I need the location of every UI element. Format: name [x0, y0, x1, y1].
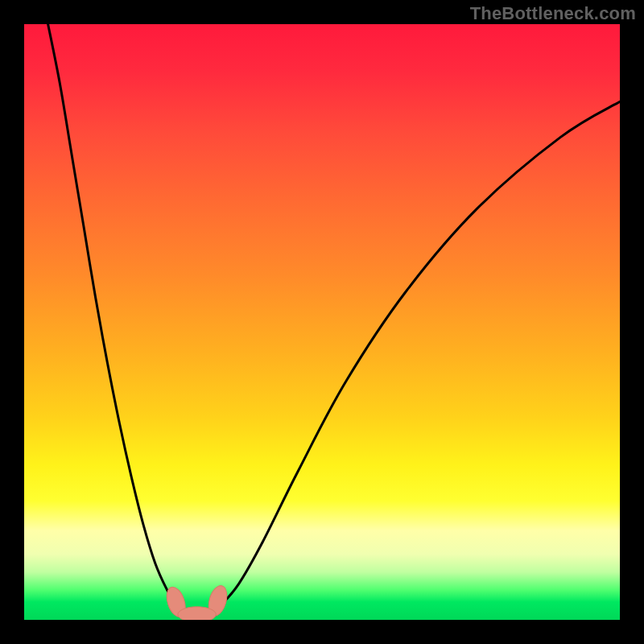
series-bottleneck-curve-left [48, 24, 188, 614]
marker-blob-bottom [178, 607, 216, 620]
watermark-text: TheBottleneck.com [470, 3, 636, 24]
curve-layer [24, 24, 620, 620]
plot-area [24, 24, 620, 620]
series-bottleneck-curve-right [208, 101, 620, 613]
chart-frame: TheBottleneck.com [0, 0, 644, 644]
